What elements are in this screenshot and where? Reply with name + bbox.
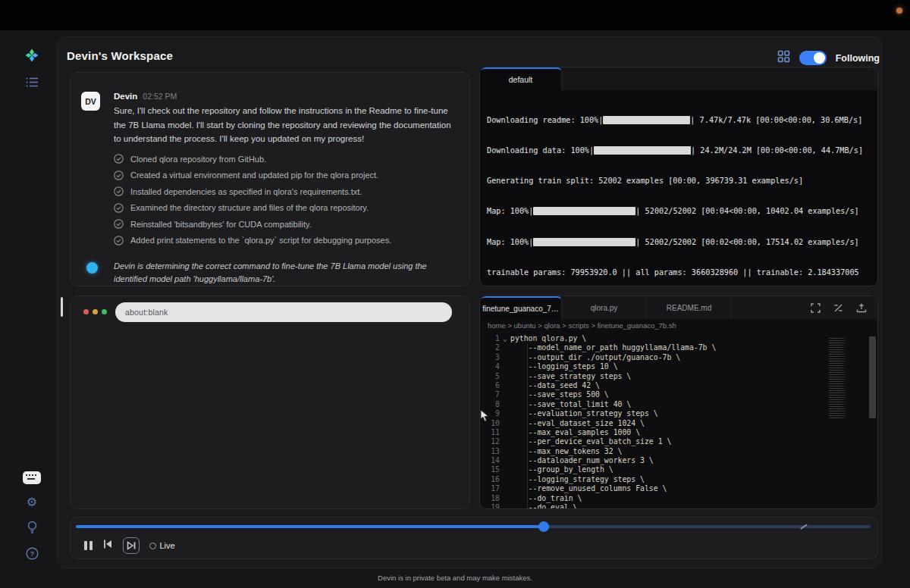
editor-tabbar: finetune_guanaco_7… qlora.py README.md [480, 296, 877, 319]
window-controls [83, 309, 107, 314]
editor-tab-finetune[interactable]: finetune_guanaco_7… [480, 296, 562, 319]
session-list-icon[interactable] [23, 73, 41, 91]
recording-indicator-dot [896, 8, 902, 14]
expand-icon[interactable] [811, 303, 821, 313]
progress-bar-fill [533, 207, 635, 215]
code-line: 4 --logging_steps 10 \ [480, 362, 877, 371]
diff-icon[interactable] [833, 303, 843, 313]
status-text: Devin is determining the correct command… [114, 260, 432, 286]
code-line: 11 --max_eval_samples 1000 \ [480, 428, 877, 437]
devin-logo-icon[interactable] [23, 46, 41, 64]
editor-tab-qlora[interactable]: qlora.py [562, 296, 647, 319]
check-circle-icon [114, 236, 124, 246]
check-circle-icon [114, 170, 124, 180]
help-icon[interactable]: ? [23, 544, 41, 562]
progress-bar-fill [594, 146, 691, 155]
live-indicator[interactable]: Live [149, 541, 175, 550]
url-text: about:blank [125, 308, 168, 317]
timeline-slider[interactable] [76, 525, 871, 528]
lightbulb-icon[interactable] [23, 518, 41, 536]
code-line: 16 --logging_strategy steps \ [480, 475, 877, 484]
step-item: Added print statements to the `qlora.py`… [114, 236, 391, 246]
settings-gear-icon[interactable]: ⚙ [23, 493, 41, 511]
chat-panel: DV Devin02:52 PM Sure, I'll check out th… [70, 72, 470, 286]
timeline-progress [76, 525, 544, 528]
progress-bar-fill [603, 116, 690, 124]
playback-bar: Live [70, 517, 878, 559]
author-name: Devin [114, 92, 137, 101]
terminal-line: Downloading readme: 100%|| 7.47k/7.47k [… [487, 115, 871, 125]
code-line: 17 --remove_unused_columns False \ [480, 484, 877, 493]
code-line: 8 --save_total_limit 40 \ [480, 400, 877, 409]
editor-tab-readme[interactable]: README.md [647, 296, 732, 319]
progress-bar-fill [533, 238, 635, 246]
minimap[interactable] [829, 338, 847, 420]
indent-guide [527, 344, 528, 509]
code-line: 19 --do_eval \ [480, 503, 877, 509]
code-area[interactable]: 1python qlora.py \ 2 --model_name_or_pat… [480, 332, 877, 509]
pause-button[interactable] [84, 541, 93, 550]
minimize-window-icon[interactable] [93, 309, 98, 314]
code-line: 2 --model_name_or_path huggyllama/llama-… [480, 343, 877, 352]
message-header: Devin02:52 PM [114, 92, 177, 101]
browser-panel: about:blank [70, 296, 470, 509]
skip-back-button[interactable] [102, 539, 113, 552]
playback-controls: Live [84, 537, 175, 554]
step-forward-button[interactable] [123, 537, 140, 554]
grid-layout-icon[interactable] [777, 50, 790, 66]
progress-steps: Cloned qlora repository from GitHub. Cre… [114, 154, 391, 246]
current-status: Devin is determining the correct command… [86, 260, 450, 286]
upload-icon[interactable] [856, 303, 867, 313]
terminal-line: trainable params: 79953920.0 || all para… [487, 267, 871, 277]
maximize-window-icon[interactable] [102, 309, 107, 314]
check-circle-icon [114, 219, 124, 229]
live-circle-icon [149, 543, 156, 549]
code-line: 10 --eval_dataset_size 1024 \ [480, 419, 877, 428]
code-line: 15 --group_by_length \ [480, 465, 877, 474]
fold-chevron-icon[interactable] [500, 334, 510, 343]
terminal-panel: default Downloading readme: 100%|| 7.47k… [479, 67, 878, 286]
page-title: Devin's Workspace [67, 49, 173, 62]
close-window-icon[interactable] [83, 309, 89, 314]
code-line: 13 --max_new_tokens 32 \ [480, 447, 877, 456]
step-item: Created a virtual environment and update… [114, 170, 391, 180]
terminal-line: Downloading data: 100%|| 24.2M/24.2M [00… [487, 145, 871, 155]
breadcrumb[interactable]: home > ubuntu > qlora > scripts > finetu… [480, 319, 877, 332]
terminal-tab-default[interactable]: default [480, 67, 562, 90]
code-line: 14 --dataloader_num_workers 3 \ [480, 456, 877, 465]
editor-scrollbar[interactable] [869, 336, 876, 418]
url-bar[interactable]: about:blank [115, 302, 452, 322]
timeline-thumb[interactable] [538, 521, 549, 532]
editor-panel: finetune_guanaco_7… qlora.py README.md [479, 296, 878, 509]
disclaimer-text: Devin is in private beta and may make mi… [0, 574, 910, 582]
code-line: 18 --do_train \ [480, 494, 877, 503]
step-item: Cloned qlora repository from GitHub. [114, 154, 391, 164]
step-item: Examined the directory structure and fil… [114, 203, 391, 213]
devin-workspace-screen: ⚙ ? Devin's Workspace Following DV Devin… [0, 0, 910, 588]
avatar: DV [81, 92, 100, 111]
terminal-line: Map: 100%|| 52002/52002 [00:04<00:00, 10… [487, 206, 871, 216]
code-line: 9 --evaluation_strategy steps \ [480, 409, 877, 418]
top-black-strip [0, 0, 910, 30]
code-line: 1python qlora.py \ [480, 334, 877, 343]
message-text: Sure, I'll check out the repository and … [114, 104, 453, 146]
following-toggle[interactable] [799, 51, 827, 65]
toggle-knob [814, 52, 825, 64]
timeline-marker [800, 524, 807, 529]
terminal-tabbar: default [480, 67, 877, 90]
following-label: Following [836, 53, 880, 64]
terminal-output[interactable]: Downloading readme: 100%|| 7.47k/7.47k [… [480, 90, 877, 286]
step-item: Installed dependencies as specified in q… [114, 186, 391, 196]
check-circle-icon [114, 203, 124, 213]
terminal-line: Map: 100%|| 52002/52002 [00:02<00:00, 17… [487, 237, 871, 247]
code-line: 5 --save_strategy steps \ [480, 372, 877, 381]
live-label: Live [160, 541, 175, 550]
code-line: 12 --per_device_eval_batch_size 1 \ [480, 437, 877, 446]
scroll-indicator[interactable] [61, 297, 63, 317]
message-timestamp: 02:52 PM [143, 92, 177, 101]
check-circle-icon [114, 186, 124, 196]
code-line: 3 --output_dir ./output/guanaco-7b \ [480, 353, 877, 362]
check-circle-icon [114, 154, 124, 164]
keyboard-icon[interactable] [23, 468, 41, 486]
code-line: 7 --save_steps 500 \ [480, 390, 877, 399]
